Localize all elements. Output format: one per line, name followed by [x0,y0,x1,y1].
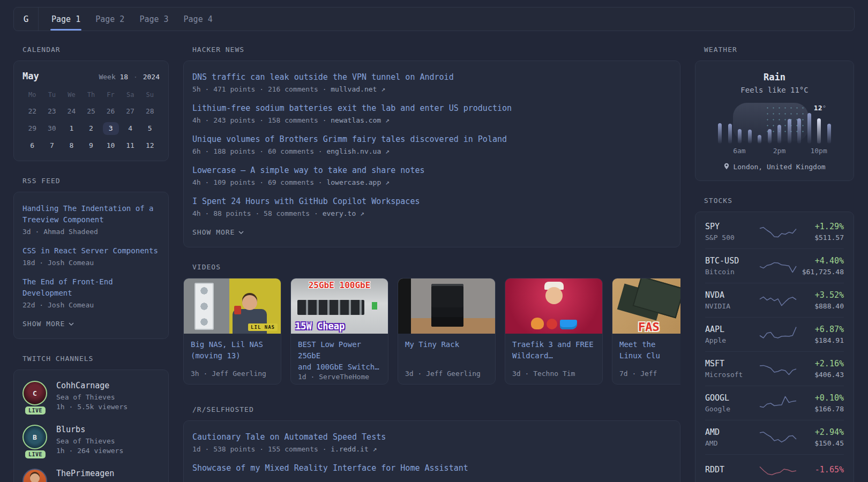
weekday-label: Su [140,91,160,99]
twitch-channel-row[interactable]: B LIVE Blurbs Sea of Thieves 1h · 264 vi… [23,425,160,455]
calendar-month: May [23,71,39,81]
stock-values: +2.16% $406.43 [799,359,844,379]
stock-row[interactable]: SPY S&P 500 +1.29% $511.57 [705,215,844,248]
live-badge: LIVE [25,450,46,458]
calendar-widget: May Week 18 · 2024 Mo Tu We Th Fr Sa Su [13,61,169,161]
calendar-day: 9 [81,139,101,152]
hn-item-title[interactable]: I Spent 24 Hours with GitHub Copilot Wor… [192,196,671,207]
tab-page-2[interactable]: Page 2 [94,7,125,31]
videos-row: LIL NAS Big NAS, Lil NAS (moving 13) 3h … [183,278,680,385]
rss-show-more-button[interactable]: SHOW MORE [23,320,160,328]
stock-row[interactable]: AAPL Apple +6.87% $184.91 [705,317,844,351]
hn-source-link[interactable]: lowercase.app ↗ [326,178,389,186]
stock-price: $61,725.48 [799,268,844,276]
rss-section-title: RSS FEED [23,177,169,185]
video-card[interactable]: FAS Meet the Linux Clu 7d · Jeff [612,278,680,385]
stock-row[interactable]: NVDA NVIDIA +3.52% $888.40 [705,283,844,317]
calendar-day: 23 [42,105,62,118]
hn-source-link[interactable]: english.nv.ua ↗ [326,147,389,155]
hour-label: 10pm [810,147,827,155]
channel-name[interactable]: Blurbs [56,425,123,434]
weather-bar [728,124,732,144]
stock-row[interactable]: RDDT -1.65% [705,454,844,482]
video-card[interactable]: LIL NAS Big NAS, Lil NAS (moving 13) 3h … [183,278,281,385]
stock-symbol[interactable]: NVDA [705,290,757,300]
video-title[interactable]: BEST Low Power 25GbE and 100GbE Switch… [298,339,381,373]
video-title[interactable]: Big NAS, Lil NAS (moving 13) [191,339,274,362]
stock-symbol[interactable]: BTC-USD [705,256,757,266]
sparkline-chart [759,291,797,310]
video-thumbnail[interactable]: FAS [612,278,680,334]
rss-item-title[interactable]: The End of Front-End Development [23,276,160,299]
hn-item-title[interactable]: Lowercase – A simple way to take and sha… [192,165,671,176]
video-title[interactable]: Meet the Linux Clu [619,339,680,362]
video-title-line: My Tiny Rack [405,340,459,349]
calendar-day: 4 [121,122,140,135]
weekday-label: Sa [121,91,140,99]
video-card[interactable]: 25GbE 100GbE 15W Cheap BEST Low Power 25… [290,278,388,385]
twitch-channel-row[interactable]: C LIVE CohhCarnage Sea of Thieves 1h · 5… [23,381,160,411]
video-card[interactable]: Traefik 3 and FREE Wildcard… 3d · Techno… [505,278,603,385]
calendar-day: 22 [23,105,42,118]
video-title-line: Meet the [619,340,655,349]
sparkline-chart [759,462,797,480]
hn-meta-text: 4h · 109 points · 69 comments · [192,178,323,186]
rss-item-meta: 18d · Josh Comeau [23,259,160,267]
top-nav: G Page 1 Page 2 Page 3 Page 4 [13,7,855,31]
calendar-day: 11 [121,139,140,152]
hn-item: Lithium-free sodium batteries exit the l… [192,103,671,124]
tab-page-1[interactable]: Page 1 [50,7,81,31]
hn-item-meta: 5h · 471 points · 216 comments · mullvad… [192,85,671,93]
video-thumbnail[interactable] [505,278,602,334]
rss-item: Handling The Indentation of a Treeview C… [23,203,160,236]
thumbnail-art [547,319,557,329]
hn-item-title[interactable]: DNS traffic can leak outside the VPN tun… [192,72,671,83]
hn-source-link[interactable]: newatlas.com ↗ [331,116,390,124]
reddit-source-link[interactable]: i.redd.it ↗ [331,445,377,453]
reddit-item-title[interactable]: Showcase of my Mixed Reality Interface f… [192,463,671,474]
hn-item-title[interactable]: Unique volumes of Brothers Grimm fairy t… [192,134,671,145]
video-thumbnail[interactable] [398,278,495,334]
video-title[interactable]: Traefik 3 and FREE Wildcard… [512,339,595,362]
channel-game: Sea of Thieves [56,393,128,401]
rss-item-title[interactable]: CSS in React Server Components [23,245,160,257]
rss-item-title[interactable]: Handling The Indentation of a Treeview C… [23,203,160,225]
stock-symbol[interactable]: AAPL [705,325,757,334]
hn-show-more-button[interactable]: SHOW MORE [192,228,671,236]
stock-sparkline [757,360,799,378]
hn-item-title[interactable]: Lithium-free sodium batteries exit the l… [192,103,671,114]
video-title-line: Traefik 3 and FREE [512,340,594,349]
calendar-day: 29 [23,122,42,135]
stock-row[interactable]: BTC-USD Bitcoin +4.40% $61,725.48 [705,248,844,283]
stock-row[interactable]: MSFT Microsoft +2.16% $406.43 [705,351,844,386]
stock-values: +0.10% $166.78 [799,393,844,413]
tab-page-4[interactable]: Page 4 [183,7,214,31]
video-card[interactable]: My Tiny Rack 3d · Jeff Geerling [398,278,496,385]
stock-symbol[interactable]: AMD [705,427,757,437]
video-title[interactable]: My Tiny Rack [405,339,488,350]
stock-symbol[interactable]: MSFT [705,359,757,368]
video-meta: 3d · Techno Tim [512,370,595,378]
video-thumbnail[interactable]: 25GbE 100GbE 15W Cheap [291,278,388,334]
stock-values: +4.40% $61,725.48 [799,256,844,276]
stock-name: NVIDIA [705,302,757,310]
hn-source-link[interactable]: every.to ↗ [323,209,364,217]
stock-symbol[interactable]: GOOGL [705,393,757,403]
sparkline-chart [759,394,797,412]
avatar-wrap: C LIVE [23,381,48,411]
video-thumbnail[interactable]: LIL NAS [184,278,281,334]
channel-name[interactable]: CohhCarnage [56,381,128,390]
hn-item: Lowercase – A simple way to take and sha… [192,165,671,186]
stock-symbol[interactable]: SPY [705,222,757,231]
channel-name[interactable]: ThePrimeagen [56,469,114,478]
twitch-channel-row[interactable]: ThePrimeagen [23,469,160,482]
video-title-line: Linux Clu [619,351,660,360]
app-logo[interactable]: G [14,7,39,31]
reddit-item-title[interactable]: Cautionary Tale on Automated Speed Tests [192,432,671,443]
stock-symbol[interactable]: RDDT [705,465,757,475]
hn-source-link[interactable]: mullvad.net ↗ [331,85,385,93]
stock-row[interactable]: AMD AMD +2.94% $150.45 [705,420,844,454]
stock-row[interactable]: GOOGL Google +0.10% $166.78 [705,386,844,420]
stock-price: $150.45 [799,439,844,447]
tab-page-3[interactable]: Page 3 [138,7,169,31]
